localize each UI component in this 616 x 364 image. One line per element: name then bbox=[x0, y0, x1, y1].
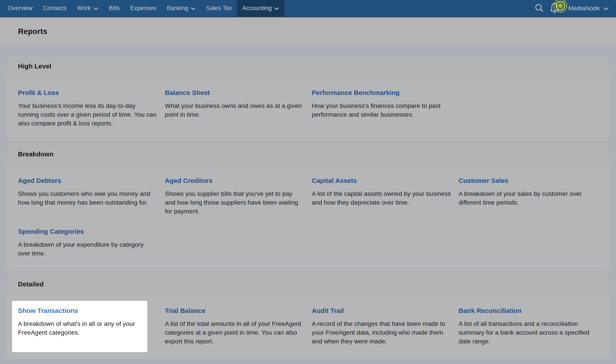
report-description: A record of the changes that have been m… bbox=[312, 319, 451, 346]
report-item: Performance Benchmarking How your busine… bbox=[312, 89, 451, 128]
report-description: A breakdown of your expenditure by categ… bbox=[18, 240, 157, 258]
search-icon bbox=[534, 3, 544, 13]
report-description: A breakdown of your sales by customer ov… bbox=[459, 189, 598, 207]
report-description: Shows you customers who owe you money an… bbox=[18, 189, 157, 207]
page-title: Reports bbox=[18, 27, 47, 36]
page-header: Reports bbox=[0, 17, 616, 45]
chevron-down-icon bbox=[94, 7, 98, 10]
nav-item-label: Overview bbox=[8, 5, 33, 12]
nav-item-label: Banking bbox=[167, 5, 188, 12]
nav-item-accounting[interactable]: Accounting bbox=[237, 0, 285, 16]
report-link-profit-and-loss[interactable]: Profit & Loss bbox=[18, 89, 59, 96]
spotlight-show-transactions: Show Transactions A breakdown of what's … bbox=[12, 301, 147, 352]
report-description: A list of the total amounts in all of yo… bbox=[165, 319, 304, 346]
nav-item-work[interactable]: Work bbox=[72, 0, 104, 16]
nav-item-contacts[interactable]: Contacts bbox=[38, 0, 72, 16]
report-description: Shows you supplier bills that you've yet… bbox=[165, 189, 304, 216]
nav-item-bills[interactable]: Bills bbox=[104, 0, 125, 16]
report-link-aged-debtors[interactable]: Aged Debtors bbox=[18, 177, 61, 184]
report-link-audit-trail[interactable]: Audit Trail bbox=[312, 307, 344, 314]
section-high-level: High Level Profit & Loss Your business's… bbox=[7, 56, 609, 141]
nav-item-sales-tax[interactable]: Sales Tax bbox=[201, 0, 237, 16]
nav-item-label: Bills bbox=[109, 5, 120, 12]
report-link-customer-sales[interactable]: Customer Sales bbox=[459, 177, 508, 184]
nav-item-label: Sales Tax bbox=[206, 5, 232, 12]
account-menu[interactable]: MediaNode bbox=[568, 5, 609, 12]
reports-content: High Level Profit & Loss Your business's… bbox=[0, 45, 616, 359]
nav-item-label: Expenses bbox=[130, 5, 156, 12]
report-item: Bank Reconciliation A list of all transa… bbox=[459, 307, 598, 346]
report-link-performance-benchmarking[interactable]: Performance Benchmarking bbox=[312, 89, 399, 96]
section-body: Aged Debtors Shows you customers who owe… bbox=[7, 165, 609, 271]
navbar-right-group: MediaNode bbox=[532, 0, 609, 16]
nav-item-overview[interactable]: Overview bbox=[3, 0, 38, 16]
chevron-down-icon bbox=[274, 7, 279, 10]
nav-item-expenses[interactable]: Expenses bbox=[125, 0, 162, 16]
section-header: High Level bbox=[7, 56, 609, 77]
nav-item-label: Contacts bbox=[43, 5, 67, 12]
report-item: Capital Assets A list of the capital ass… bbox=[312, 177, 451, 216]
report-link-capital-assets[interactable]: Capital Assets bbox=[312, 177, 357, 184]
report-description: How your business's finances compare to … bbox=[312, 101, 451, 119]
report-link-bank-reconciliation[interactable]: Bank Reconciliation bbox=[459, 307, 522, 314]
section-header: Breakdown bbox=[7, 144, 609, 165]
report-item: Profit & Loss Your business's income les… bbox=[18, 89, 157, 128]
section-title: High Level bbox=[18, 63, 598, 70]
notifications-button[interactable] bbox=[547, 0, 562, 16]
report-item: Aged Creditors Shows you supplier bills … bbox=[165, 177, 304, 216]
report-item: Trial Balance A list of the total amount… bbox=[165, 307, 304, 346]
chevron-down-icon bbox=[191, 7, 196, 10]
search-button[interactable] bbox=[532, 0, 547, 16]
report-description: What your business owns and owes as at a… bbox=[165, 101, 304, 119]
section-title: Detailed bbox=[18, 280, 598, 288]
section-breakdown: Breakdown Aged Debtors Shows you custome… bbox=[7, 144, 609, 271]
bell-icon bbox=[548, 1, 561, 15]
section-detailed: Detailed Show Transactions A breakdown o… bbox=[7, 274, 609, 359]
report-description: Your business's income less its day-to-d… bbox=[18, 101, 157, 128]
report-link-spending-categories[interactable]: Spending Categories bbox=[18, 228, 84, 235]
report-item: Spending Categories A breakdown of your … bbox=[18, 228, 157, 258]
section-body: Profit & Loss Your business's income les… bbox=[7, 77, 609, 141]
nav-item-banking[interactable]: Banking bbox=[162, 0, 201, 16]
section-header: Detailed bbox=[7, 274, 609, 295]
report-link-balance-sheet[interactable]: Balance Sheet bbox=[165, 89, 210, 96]
report-item: Audit Trail A record of the changes that… bbox=[312, 307, 451, 346]
primary-nav: Overview Contacts Work Bills Expenses Ba… bbox=[3, 0, 284, 16]
top-navbar: Overview Contacts Work Bills Expenses Ba… bbox=[0, 0, 616, 17]
report-item: Aged Debtors Shows you customers who owe… bbox=[18, 177, 157, 216]
report-item: Balance Sheet What your business owns an… bbox=[165, 89, 304, 128]
nav-item-label: Accounting bbox=[242, 5, 272, 12]
nav-item-label: Work bbox=[77, 5, 91, 12]
report-link-trial-balance[interactable]: Trial Balance bbox=[165, 307, 205, 314]
chevron-down-icon bbox=[603, 7, 609, 10]
report-description: A breakdown of what's in all or any of y… bbox=[18, 319, 142, 337]
section-title: Breakdown bbox=[18, 150, 598, 158]
report-description: A list of the capital assets owned by yo… bbox=[312, 189, 451, 207]
report-link-aged-creditors[interactable]: Aged Creditors bbox=[165, 177, 213, 184]
report-link-show-transactions[interactable]: Show Transactions bbox=[18, 307, 78, 314]
report-description: A list of all transactions and a reconci… bbox=[459, 319, 598, 346]
account-name: MediaNode bbox=[568, 5, 600, 12]
section-body: Show Transactions A breakdown of what's … bbox=[7, 295, 609, 359]
report-item: Customer Sales A breakdown of your sales… bbox=[459, 177, 598, 216]
